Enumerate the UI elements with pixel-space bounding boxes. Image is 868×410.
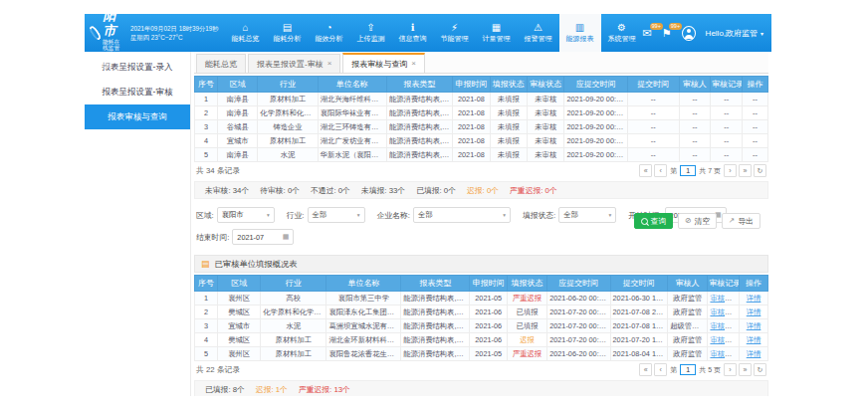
sidebar-item[interactable]: 报表审核与查询 (85, 104, 190, 129)
prev-page-button[interactable]: ‹ (654, 363, 667, 376)
sidebar-item[interactable]: 报表呈报设置-审核 (85, 80, 190, 104)
sidebar-item[interactable]: 报表呈报设置-录入 (85, 55, 190, 80)
audit-record-link[interactable]: 审核记录 (710, 321, 739, 330)
audit-record-link[interactable]: 审核记录 (710, 349, 739, 358)
table-cell: 湖北兴海纤维科技股份有... (318, 93, 386, 106)
tab-报表呈报设置-审核[interactable]: 报表呈报设置-审核× (248, 54, 340, 73)
table-cell: 未审核 (528, 93, 564, 106)
table-cell: 已填报 (507, 319, 546, 333)
last-page-button[interactable]: » (739, 164, 752, 177)
table-cell: 未填报 (490, 106, 527, 120)
nav-item-计量管理[interactable]: ▦计量管理 (476, 14, 518, 52)
chevron-down-icon: ▾ (608, 212, 611, 218)
next-page-button[interactable]: › (724, 164, 737, 177)
nav-item-节能管理[interactable]: ⚡节能管理 (434, 14, 476, 52)
logout-label: 退出 (773, 30, 784, 48)
user-menu[interactable]: Hello,政府监管 ▾ (706, 28, 763, 39)
table-cell: 审核记录 (708, 333, 740, 347)
audit-record-link[interactable]: 审核记录 (710, 335, 739, 344)
table-cell: 湖北广发纺业有限公司 (318, 134, 386, 148)
nav-item-上传监测[interactable]: ⇪上传监测 (350, 14, 392, 52)
nav-label: 报警管理 (525, 34, 552, 44)
nav-item-能效分析[interactable]: ◔能效分析 (309, 14, 350, 52)
detail-link[interactable]: 详情 (747, 294, 761, 303)
table-cell: 原材料加工 (261, 347, 326, 361)
next-page-button[interactable]: › (724, 363, 737, 376)
message-icon[interactable]: ✉99+ (643, 28, 652, 39)
查询-button[interactable]: 查询 (634, 213, 674, 229)
datetime-display: 2021年09月02日 18时39分19秒 星期四 23°C~27°C (130, 24, 219, 43)
home-icon: ⌂ (243, 23, 249, 33)
page-number-input[interactable] (680, 165, 696, 176)
select-input[interactable]: 全部▾ (413, 207, 511, 223)
table-cell: 审核记录 (708, 347, 740, 361)
select-input[interactable]: 襄阳市▾ (217, 207, 275, 223)
table-cell: 未填报 (490, 93, 527, 106)
table-cell: 详情 (740, 333, 768, 347)
nav-item-能耗总览[interactable]: ⌂能耗总览 (225, 14, 267, 52)
logout-button[interactable]: 退出 (773, 19, 784, 48)
nav-item-系统管理[interactable]: ⚙系统管理 (601, 14, 643, 52)
导出-button[interactable]: ↗导出 (722, 213, 760, 229)
column-header: 报表类型 (386, 77, 452, 93)
table-cell: 审核记录 (708, 306, 740, 319)
detail-link[interactable]: 详情 (747, 321, 761, 330)
detail-link[interactable]: 详情 (747, 308, 761, 316)
nav-item-信息查询[interactable]: ℹ信息查询 (392, 14, 434, 52)
bar-chart-icon: ▤ (283, 23, 292, 33)
table-row: 4宜城市原材料加工湖北广发纺业有限公司能源消费结构表,能效指标...2021-0… (195, 134, 768, 148)
detail-link[interactable]: 详情 (747, 335, 761, 344)
summary-item: 已填报: 8个 (205, 384, 245, 395)
select-input[interactable]: 全部▾ (558, 207, 616, 223)
table-cell: 详情 (740, 347, 768, 361)
table-cell: 能源消费结构表,能效指标情... (401, 306, 470, 319)
nav-item-能源报表[interactable]: ▥能源报表 (559, 14, 601, 52)
column-header: 应提交时间 (547, 276, 610, 292)
清空-button[interactable]: ⊘清空 (678, 213, 717, 229)
filter-field: 企业名称:全部▾ (377, 207, 511, 223)
filter-buttons: 查询⊘清空↗导出 (634, 213, 760, 229)
close-icon[interactable]: × (411, 60, 416, 68)
audit-record-link[interactable]: 审核记录 (710, 308, 739, 316)
refresh-icon[interactable]: ↻ (754, 363, 766, 376)
table-cell: 审核记录 (708, 292, 740, 306)
audit-record-link[interactable]: 审核记录 (710, 294, 739, 303)
main-nav: ⌂能耗总览▤能耗分析◔能效分析⇪上传监测ℹ信息查询⚡节能管理▦计量管理⚠报警管理… (225, 14, 643, 52)
first-page-button[interactable]: « (639, 164, 652, 177)
prev-page-button[interactable]: ‹ (654, 164, 667, 177)
table-cell: 能源消费结构表,能效指标情... (401, 292, 470, 306)
notification-icon[interactable]: ⚑99+ (662, 28, 672, 39)
nav-item-报警管理[interactable]: ⚠报警管理 (518, 14, 559, 52)
table-cell: 未审核 (528, 120, 564, 134)
column-header: 单位名称 (318, 77, 386, 93)
first-page-button[interactable]: « (639, 363, 652, 376)
nav-item-能耗分析[interactable]: ▤能耗分析 (267, 14, 309, 52)
filter-label: 填报状态: (523, 210, 555, 221)
tab-能耗总览[interactable]: 能耗总览 (196, 54, 246, 73)
detail-link[interactable]: 详情 (747, 349, 761, 358)
last-page-button[interactable]: » (739, 363, 752, 376)
audited-report-table: 序号区域行业单位名称报表类型申报时间填报状态应提交时间提交时间审核人审核记录操作… (194, 275, 768, 361)
summary-item: 严重迟报: 0个 (510, 185, 557, 196)
refresh-icon[interactable]: ↻ (754, 164, 766, 177)
table-cell: -- (627, 93, 679, 106)
page-number-input[interactable] (680, 364, 696, 375)
gear-icon: ⚙ (617, 23, 626, 33)
select-input[interactable]: 全部▾ (308, 207, 365, 223)
summary-item: 不通过: 0个 (311, 185, 350, 196)
column-header: 审核人 (679, 77, 711, 93)
close-icon[interactable]: × (327, 60, 332, 68)
page-prefix-label: 第 (670, 166, 677, 176)
column-header: 审核记录 (711, 77, 743, 93)
user-avatar-icon[interactable] (682, 26, 696, 41)
table-header-row: 序号区域行业单位名称报表类型申报时间填报状态应提交时间提交时间审核人审核记录操作 (195, 276, 768, 292)
table-cell: 能源消费结构表,能效指标情... (401, 319, 470, 333)
table-cell: 2021-05 (470, 347, 507, 361)
pending-report-table: 序号区域行业单位名称报表类型申报时间填报状态审核状态应提交时间提交时间审核人审核… (194, 76, 768, 162)
table-cell: 水泥 (258, 148, 318, 162)
filter-row-2: 结束时间:2021-07▦ (196, 229, 766, 245)
date-input[interactable]: 2021-07▦ (232, 229, 294, 245)
app-window: 襄阳市 能耗在线监管系统（政府端） 2021年09月02日 18时39分19秒 … (85, 14, 771, 396)
table-cell: 能源消费结构表,能效指标情... (401, 347, 470, 361)
tab-报表审核与查询[interactable]: 报表审核与查询× (342, 53, 425, 73)
